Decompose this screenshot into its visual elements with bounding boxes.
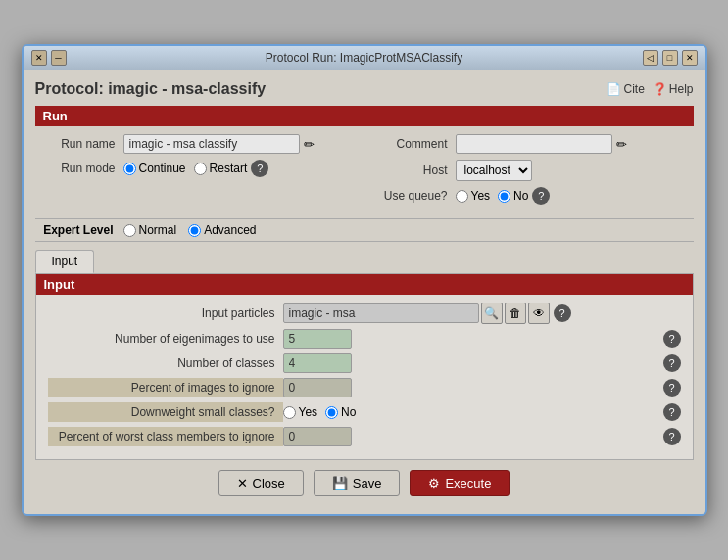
particles-help-icon[interactable]: ? — [554, 304, 571, 322]
percent-ignore-label: Percent of images to ignore — [48, 378, 283, 397]
main-content: Protocol: imagic - msa-classify 📄 Cite ❓… — [24, 70, 705, 514]
downweight-yes-text: Yes — [299, 405, 318, 419]
use-queue-group: Yes No — [456, 189, 529, 203]
queue-no-radio[interactable] — [498, 190, 510, 203]
worst-class-input[interactable] — [283, 427, 352, 446]
comment-input[interactable] — [456, 134, 612, 154]
queue-no-text: No — [513, 189, 528, 203]
eigenimages-label: Number of eigenimages to use — [48, 332, 283, 346]
restart-radio-label[interactable]: Restart — [194, 162, 248, 175]
use-queue-label: Use queue? — [367, 189, 456, 203]
protocol-title: Protocol: imagic - msa-classify — [35, 80, 267, 98]
normal-radio[interactable] — [123, 224, 136, 237]
input-particles-row: Input particles 🔍 🗑 👁 ? — [48, 303, 681, 324]
run-name-label: Run name — [35, 137, 123, 151]
input-content: Input particles 🔍 🗑 👁 ? Number of eigeni… — [36, 295, 693, 459]
expert-level-label: Expert Level — [35, 223, 123, 237]
percent-ignore-help-icon[interactable]: ? — [663, 379, 681, 397]
percent-ignore-input[interactable] — [283, 378, 352, 397]
particles-delete-icon[interactable]: 🗑 — [505, 303, 526, 324]
help-icon: ❓ — [653, 82, 667, 96]
cite-label: Cite — [623, 82, 644, 96]
use-queue-row: Use queue? Yes No ? — [367, 187, 694, 205]
num-classes-row: Number of classes ? — [48, 353, 681, 373]
worst-class-row: Percent of worst class members to ignore… — [48, 427, 681, 446]
window-close-right-btn[interactable]: ✕ — [682, 50, 698, 66]
downweight-help-icon[interactable]: ? — [663, 403, 681, 421]
tab-content: Input Input particles 🔍 🗑 👁 ? Number of … — [35, 273, 694, 460]
protocol-header: Protocol: imagic - msa-classify 📄 Cite ❓… — [35, 80, 694, 98]
execute-icon: ⚙ — [428, 476, 440, 490]
restart-label: Restart — [210, 162, 248, 175]
main-window: ✕ ─ Protocol Run: ImagicProtMSAClassify … — [22, 44, 707, 516]
continue-radio-label[interactable]: Continue — [123, 162, 186, 175]
queue-yes-radio[interactable] — [456, 190, 468, 203]
run-name-input[interactable] — [123, 134, 300, 154]
run-right-col: Comment ✏ Host localhost Use queue? — [367, 134, 694, 210]
window-max-btn[interactable]: □ — [662, 50, 678, 66]
advanced-label: Advanced — [204, 223, 256, 237]
queue-no-label[interactable]: No — [498, 189, 528, 203]
num-classes-input[interactable] — [283, 353, 352, 373]
run-mode-label: Run mode — [35, 162, 123, 175]
normal-radio-label[interactable]: Normal — [123, 223, 177, 237]
particles-eye-icon[interactable]: 👁 — [528, 303, 550, 324]
eigenimages-input[interactable] — [283, 329, 352, 349]
run-section-bar: Run — [35, 106, 694, 126]
close-x-icon: ✕ — [237, 476, 248, 490]
comment-row: Comment ✏ — [367, 134, 694, 154]
num-classes-help-icon[interactable]: ? — [663, 354, 681, 372]
cite-icon: 📄 — [607, 82, 621, 96]
save-icon: 💾 — [332, 476, 348, 490]
save-button[interactable]: 💾 Save — [314, 470, 401, 496]
window-title: Protocol Run: ImagicProtMSAClassify — [266, 51, 462, 65]
num-classes-label: Number of classes — [48, 356, 283, 370]
eigenimages-help-icon[interactable]: ? — [663, 330, 681, 348]
expert-level-row: Expert Level Normal Advanced — [35, 218, 694, 242]
host-label: Host — [367, 163, 456, 177]
tabs-row: Input — [35, 250, 694, 273]
comment-label: Comment — [367, 137, 456, 151]
window-restore-btn[interactable]: ◁ — [643, 50, 658, 66]
comment-edit-icon[interactable]: ✏ — [616, 137, 627, 152]
window-close-btn[interactable]: ✕ — [31, 50, 47, 66]
percent-ignore-row: Percent of images to ignore ? — [48, 378, 681, 397]
run-mode-row: Run mode Continue Restart ? — [35, 160, 362, 177]
window-min-btn[interactable]: ─ — [51, 50, 67, 66]
worst-class-help-icon[interactable]: ? — [663, 428, 681, 445]
save-label: Save — [353, 476, 382, 490]
restart-radio[interactable] — [194, 163, 207, 175]
run-name-edit-icon[interactable]: ✏ — [304, 137, 315, 152]
advanced-radio-label[interactable]: Advanced — [188, 223, 256, 237]
run-left-col: Run name ✏ Run mode Continue Restart — [35, 134, 362, 210]
downweight-row: Downweight small classes? Yes No ? — [48, 402, 681, 422]
continue-label: Continue — [139, 162, 186, 175]
eigenimages-row: Number of eigenimages to use ? — [48, 329, 681, 349]
downweight-label: Downweight small classes? — [48, 402, 283, 422]
particles-search-icon[interactable]: 🔍 — [481, 303, 503, 324]
window-controls: ✕ ─ — [31, 50, 67, 66]
help-button[interactable]: ❓ Help — [653, 82, 694, 96]
host-select[interactable]: localhost — [456, 160, 532, 181]
input-section-bar: Input — [36, 274, 693, 295]
queue-help-icon[interactable]: ? — [532, 187, 550, 205]
normal-label: Normal — [139, 223, 177, 237]
downweight-yes-label[interactable]: Yes — [283, 405, 318, 419]
queue-yes-label[interactable]: Yes — [456, 189, 491, 203]
close-button[interactable]: ✕ Close — [218, 470, 304, 496]
cite-button[interactable]: 📄 Cite — [607, 82, 644, 96]
queue-yes-text: Yes — [471, 189, 491, 203]
downweight-no-radio[interactable] — [325, 406, 338, 419]
downweight-no-text: No — [341, 405, 356, 419]
runmode-help-icon[interactable]: ? — [251, 160, 268, 177]
downweight-no-label[interactable]: No — [325, 405, 356, 419]
run-mode-group: Continue Restart — [123, 162, 248, 175]
help-label: Help — [669, 82, 694, 96]
execute-button[interactable]: ⚙ Execute — [410, 470, 510, 496]
tab-input[interactable]: Input — [35, 250, 95, 273]
downweight-group: Yes No — [283, 405, 357, 419]
continue-radio[interactable] — [123, 163, 136, 175]
advanced-radio[interactable] — [188, 224, 201, 237]
input-particles-input[interactable] — [283, 303, 479, 323]
downweight-yes-radio[interactable] — [283, 406, 296, 419]
